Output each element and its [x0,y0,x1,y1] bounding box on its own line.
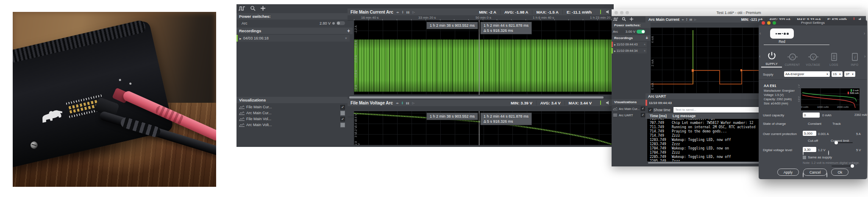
minimize-dialog-button[interactable] [767,21,771,25]
fit-vertical-icon[interactable]: ▴▾ [402,101,403,104]
viz-item-arc-main-current[interactable]: Arc Main Cur... [236,110,348,116]
log-message: Zzzz [672,159,680,161]
viz-checkbox-checked[interactable]: ✓ [340,117,345,121]
crosshair-tool-icon[interactable] [629,17,634,21]
recording-item[interactable]: ▶ 11/10 09:44:43 × [612,42,647,47]
device-next-chevron-icon[interactable]: › [864,31,865,36]
cursor-line[interactable] [479,20,479,95]
fit-vertical-icon[interactable]: ▴▾ [402,10,403,14]
parallel-select[interactable]: 1P▼ [844,71,855,77]
scrollbar-thumb[interactable] [648,162,775,163]
scrollbar-thumb[interactable] [349,96,604,98]
dvl-input[interactable]: 3,30 [803,147,816,152]
ok-button[interactable]: Ok [831,169,849,176]
close-dialog-button[interactable] [762,21,765,25]
tabs-prev-chevron-icon[interactable]: ‹ [759,54,760,59]
recordings-header: Recordings + [236,28,353,34]
series-select[interactable]: 1S▼ [832,71,843,77]
viz-checkbox-unchecked[interactable] [340,111,345,115]
supply-select[interactable]: AA-Energizer▼ [784,71,830,77]
play-icon[interactable]: ▶ [239,37,242,40]
horizontal-scrollbar[interactable] [348,96,614,99]
viz-checkbox-checked[interactable]: ✓ [641,113,645,117]
battery-voltage: Voltage: 1.5 (V) [764,93,784,96]
power-toggle[interactable] [337,21,345,25]
close-recording-icon[interactable]: × [644,43,645,46]
speaker-icon[interactable] [606,101,610,105]
fit-horizontal-icon[interactable]: ◂▸ [396,101,399,104]
mid-sidebar: Power switches: Arc 2.80 V Recordings + … [236,4,348,147]
state-of-charge-label: State of charge [763,122,786,126]
current-graph[interactable]: -1.2 A -1.4 A -1.6 A -1.8 A -2 A 1 h 2 m… [354,20,614,95]
recording-item[interactable]: ▶ 04/03 16:06:18 × [236,35,350,42]
dialog-titlebar[interactable]: Project Settings [759,20,867,25]
tab-info[interactable]: i INFO [844,46,865,68]
zoom-tool-icon[interactable] [250,6,256,11]
recording-item[interactable]: ▶ 11/10 09:44:34 × [612,48,647,53]
zoom-window-button[interactable] [626,11,629,14]
crosshair-tool-icon[interactable] [260,6,266,11]
ocp-slider[interactable] [832,166,854,166]
fit-horizontal-icon[interactable]: ◂▸ [396,11,399,14]
viz-checkbox-checked[interactable]: ✓ [340,105,345,110]
play-icon[interactable]: ▶ [614,50,616,52]
close-recording-icon[interactable]: × [345,36,347,40]
viz-item-arc-uart[interactable]: Arc UART ✓ [612,112,646,118]
viz-checkbox-checked[interactable]: ✓ [641,107,645,111]
device-prev-chevron-icon[interactable]: ‹ [760,31,761,36]
list-icon [613,113,618,117]
fit-vertical-icon[interactable]: ▴▾ [686,18,687,21]
log-time: 1203.749 [650,142,672,146]
viz-item-file-main-voltage[interactable]: File Main Vol... ✓ [236,116,348,122]
power-switches-header: Power switches: [236,13,353,20]
ocp-label: Over current protection [763,132,797,136]
slider-knob[interactable] [851,164,854,168]
viz-checkbox-unchecked[interactable] [340,123,345,127]
log-time: 714.749 [650,134,672,138]
show-time-checkbox[interactable]: ✓ [648,108,653,113]
voltage-graph-title: File Main Voltage Arc [351,101,393,105]
cursor-line[interactable] [479,111,479,145]
zoom-tool-icon[interactable] [622,17,626,21]
window-titlebar[interactable]: Test 1.otii* - otii - Premium [612,9,866,16]
tab-logs[interactable]: LOGS [823,46,844,68]
tab-supply[interactable]: SUPPLY [761,46,782,68]
tab-current[interactable]: A CURRENT [782,46,803,68]
split-view-icon[interactable]: ▮▮ [690,18,693,21]
log-message: Wakeup: Toggling LED, now off [672,138,731,142]
minimize-window-button[interactable] [620,11,623,14]
add-recording-button[interactable]: + [645,36,648,40]
play-icon[interactable]: ▶ [614,43,616,46]
used-capacity-input[interactable]: 0 [803,113,820,118]
fit-horizontal-icon[interactable]: ◂▸ [682,18,684,21]
ocp-input[interactable]: 5,000 [803,131,816,136]
device-thumbnail[interactable] [770,28,794,39]
split-view-icon[interactable]: ▮▮ [406,101,409,104]
viz-item-file-main-current[interactable]: File Main Cur... ✓ [236,104,348,110]
viz-item-arc-main-voltage[interactable]: Arc Main Volt... [236,122,348,128]
add-recording-button[interactable]: + [347,28,350,34]
speaker-icon[interactable] [606,10,610,14]
waveform-tool-icon[interactable] [613,17,619,21]
track-radio[interactable] [828,150,829,155]
cancel-button[interactable]: Cancel [803,169,827,176]
same-as-supply-checkbox[interactable] [803,156,806,159]
step-icon[interactable]: ▷ [412,11,415,14]
close-window-button[interactable] [615,11,618,14]
close-recording-icon[interactable]: × [644,49,645,52]
zoom-dialog-button[interactable] [773,21,776,25]
battery-manufacturer: Manufacturer: Energizer [764,89,795,92]
viz-item-arc-main-current[interactable]: Arc Main Cur... ✓ [612,106,646,112]
tab-voltage[interactable]: V VOLTAGE [803,46,823,68]
step-icon[interactable]: ▷ [412,101,415,104]
battery-chart-x-label: 0 mAh [801,106,808,108]
power-icon [767,51,777,61]
power-toggle[interactable] [637,30,645,34]
split-view-icon[interactable]: ▮▮ [406,11,410,14]
apply-button[interactable]: Apply [777,169,799,176]
step-icon[interactable]: ▷ [694,18,696,21]
voltage-graph[interactable]: 3.6 V 3.4 V 3.2 V 3 V 2.8 V 1 h 2 min 38… [354,111,614,145]
waveform-tool-icon[interactable] [238,6,246,11]
tooltip-time: 1 h 2 min 44 s 821.878 ms [484,114,529,119]
info-document-icon: i [850,52,860,62]
